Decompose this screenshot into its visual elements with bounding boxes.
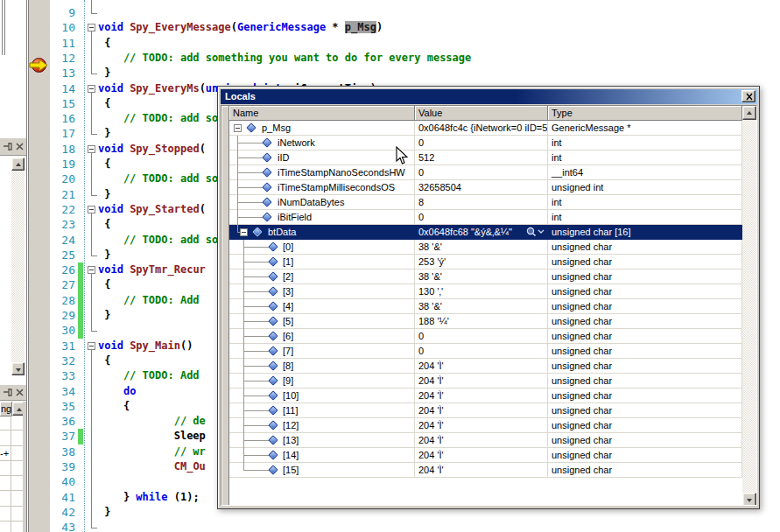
value-cell[interactable]: 204 'Ì'	[415, 359, 548, 374]
code-line[interactable]: void Spy_Main()	[98, 339, 193, 354]
code-line[interactable]: {	[98, 157, 110, 172]
value-cell[interactable]: 0	[415, 344, 548, 359]
locals-row[interactable]: [11]204 'Ì'unsigned char	[229, 403, 742, 418]
code-line[interactable]: // de	[98, 414, 206, 429]
locals-row[interactable]: [2]38 '&'unsigned char	[229, 270, 742, 284]
expander-minus-icon[interactable]	[240, 228, 248, 236]
code-line[interactable]: // TODO: add so	[98, 172, 218, 186]
code-line[interactable]: do	[98, 384, 136, 399]
value-cell[interactable]: 32658504	[415, 180, 548, 195]
close-icon[interactable]	[14, 387, 25, 398]
value-cell[interactable]: 0	[415, 210, 548, 225]
panel-grid[interactable]: -+	[0, 416, 25, 532]
code-line[interactable]: void Spy_Started(	[98, 202, 206, 217]
value-cell[interactable]: 0x0648fc4c {iNetwork=0 iID=5	[415, 121, 548, 136]
scroll-down-button[interactable]	[11, 362, 25, 375]
panel-grid-row[interactable]	[0, 416, 23, 430]
code-line[interactable]: // wr	[98, 444, 206, 459]
fold-collapse-icon[interactable]	[88, 206, 95, 214]
locals-row[interactable]: [3]130 '‚'unsigned char	[229, 284, 742, 299]
scroll-up-button[interactable]	[742, 106, 756, 120]
locals-row[interactable]: [12]204 'Ì'unsigned char	[229, 418, 742, 433]
code-line[interactable]: }	[98, 126, 110, 141]
value-cell[interactable]: 38 '&'	[415, 299, 548, 314]
fold-collapse-icon[interactable]	[88, 145, 95, 153]
scrollbar-track[interactable]	[742, 120, 756, 493]
code-line[interactable]: }	[98, 308, 110, 323]
value-cell[interactable]: 253 'ý'	[415, 255, 548, 270]
value-cell[interactable]: 204 'Ì'	[415, 448, 548, 463]
panel-grid-row[interactable]	[0, 476, 23, 491]
code-line[interactable]: {	[98, 277, 110, 292]
close-icon[interactable]	[741, 90, 755, 102]
scroll-down-button[interactable]	[742, 493, 756, 506]
locals-row[interactable]: [15]204 'Ì'unsigned char	[229, 463, 742, 478]
value-cell[interactable]: 204 'Ì'	[415, 463, 548, 478]
locals-scrollbar[interactable]	[742, 106, 757, 506]
code-line[interactable]: void Spy_EveryMessage(GenericMessage * p…	[98, 20, 383, 35]
value-cell[interactable]: 204 'Ì'	[415, 418, 548, 433]
pushpin-icon[interactable]	[2, 141, 13, 152]
locals-row[interactable]: [13]204 'Ì'unsigned char	[229, 433, 742, 448]
value-cell[interactable]: 204 'Ì'	[415, 374, 548, 388]
value-cell[interactable]: 204 'Ì'	[415, 433, 548, 448]
close-icon[interactable]	[14, 141, 25, 152]
locals-row[interactable]: [4]38 '&'unsigned char	[229, 299, 742, 314]
locals-row[interactable]: iTimeStampMillisecondsOS32658504unsigned…	[229, 180, 742, 195]
panel-titlebar[interactable]	[0, 138, 26, 156]
code-line[interactable]: {	[98, 96, 110, 111]
locals-row[interactable]: iNumDataBytes8int	[229, 195, 742, 210]
column-header-name[interactable]: Name	[229, 106, 415, 121]
magnifier-icon[interactable]	[524, 226, 545, 238]
code-line[interactable]: }	[98, 505, 110, 520]
locals-row[interactable]: iNetwork0int	[229, 136, 742, 150]
locals-row[interactable]: [8]204 'Ì'unsigned char	[229, 359, 742, 374]
value-cell[interactable]: 0	[415, 329, 548, 344]
locals-row[interactable]: iBitField0int	[229, 210, 742, 225]
value-cell[interactable]: 204 'Ì'	[415, 388, 548, 403]
value-cell[interactable]: 8	[415, 195, 548, 210]
value-cell[interactable]: 188 '¼'	[415, 314, 548, 329]
code-line[interactable]: }	[98, 248, 110, 262]
panel-grid-row[interactable]	[0, 522, 23, 532]
locals-row[interactable]: p_Msg0x0648fc4c {iNetwork=0 iID=5Generic…	[229, 121, 742, 136]
fold-collapse-icon[interactable]	[88, 24, 95, 32]
value-cell[interactable]: 204 'Ì'	[415, 403, 548, 418]
column-header[interactable]: ngi	[0, 402, 12, 416]
locals-row[interactable]: [1]253 'ý'unsigned char	[229, 255, 742, 270]
panel-grid-row[interactable]	[0, 507, 23, 522]
locals-row[interactable]: [10]204 'Ì'unsigned char	[229, 388, 742, 403]
value-cell[interactable]: 130 '‚'	[415, 284, 548, 299]
locals-titlebar[interactable]: Locals	[221, 89, 757, 104]
pushpin-icon[interactable]	[2, 387, 13, 398]
locals-row[interactable]: iTimeStampNanoSecondsHW0__int64	[229, 165, 742, 180]
locals-row[interactable]: btData0x0648fc68 "&ý&‚&¼"unsigned char […	[229, 225, 742, 240]
expander-minus-icon[interactable]	[234, 124, 242, 132]
code-line[interactable]: {	[98, 399, 130, 414]
value-cell[interactable]: 38 '&'	[415, 240, 548, 255]
code-line[interactable]: // TODO: Add	[98, 368, 206, 383]
code-line[interactable]: void Spy_Stopped(	[98, 142, 206, 157]
locals-row[interactable]: iID512int	[229, 150, 742, 165]
code-line[interactable]: // TODO: Add	[98, 293, 206, 308]
locals-row[interactable]: [7]0unsigned char	[229, 344, 742, 359]
code-line[interactable]: {	[98, 217, 110, 232]
code-line[interactable]: }	[98, 66, 110, 80]
locals-row[interactable]: [6]0unsigned char	[229, 329, 742, 344]
panel-titlebar[interactable]	[0, 385, 26, 401]
fold-collapse-icon[interactable]	[88, 266, 95, 274]
locals-row[interactable]: [14]204 'Ì'unsigned char	[229, 448, 742, 463]
locals-row[interactable]: [0]38 '&'unsigned char	[229, 240, 742, 255]
panel-grid-row[interactable]: -+	[0, 446, 23, 461]
column-header-value[interactable]: Value	[415, 106, 548, 121]
code-line[interactable]: CM_Ou	[98, 459, 206, 474]
locals-row[interactable]: [9]204 'Ì'unsigned char	[229, 374, 742, 388]
fold-collapse-icon[interactable]	[88, 85, 95, 93]
panel-grid-row[interactable]	[0, 492, 23, 507]
value-cell[interactable]: 0	[415, 136, 548, 150]
code-line[interactable]: {	[98, 354, 110, 368]
value-cell[interactable]: 0x0648fc68 "&ý&‚&¼"	[415, 225, 548, 240]
code-line[interactable]: // TODO: add so	[98, 233, 218, 248]
scroll-up-button[interactable]	[11, 158, 25, 171]
panel-grid-row[interactable]	[0, 461, 23, 476]
